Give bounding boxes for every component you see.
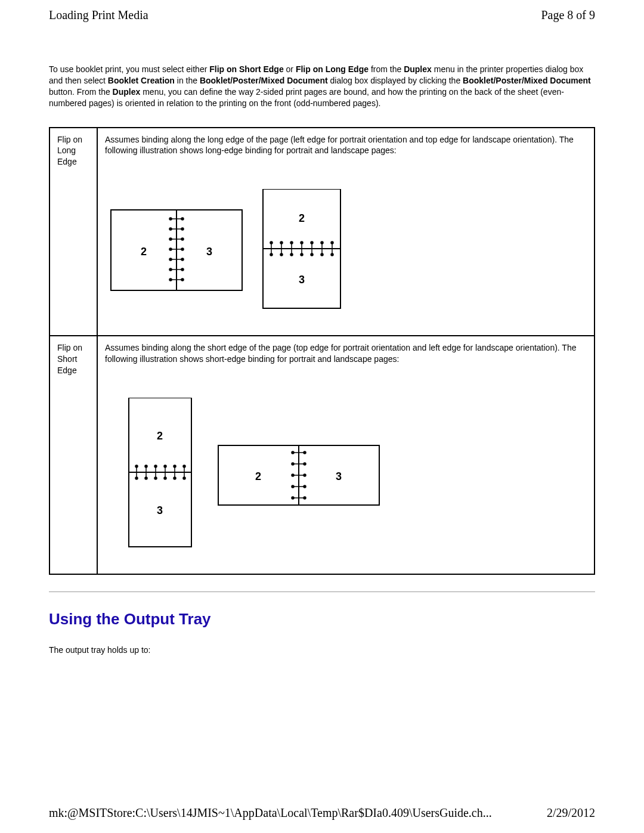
svg-point-45 — [331, 253, 333, 256]
svg-point-79 — [304, 485, 306, 488]
intro-text: button. From the — [49, 87, 113, 97]
row-label: Flip on Short Edge — [49, 336, 97, 574]
intro-bold: Booklet/Poster/Mixed Document — [463, 76, 591, 85]
svg-point-36 — [301, 253, 303, 256]
row-desc: Assumes binding along the long edge of t… — [105, 134, 587, 157]
long-edge-illustration: 2 3 — [105, 189, 587, 314]
intro-text: or — [284, 64, 296, 74]
svg-point-64 — [183, 465, 185, 467]
page-num: 3 — [206, 246, 212, 258]
svg-point-4 — [181, 218, 184, 220]
svg-point-81 — [292, 497, 294, 499]
section-heading: Using the Output Tray — [49, 610, 595, 628]
footer-path: mk:@MSITStore:C:\Users\14JMIS~1\AppData\… — [49, 806, 492, 820]
intro-text: in the — [175, 76, 200, 85]
intro-bold: Flip on Long Edge — [296, 64, 369, 74]
svg-point-76 — [304, 474, 306, 476]
svg-point-82 — [304, 497, 306, 499]
page-num: 2 — [299, 212, 305, 224]
svg-point-29 — [280, 241, 283, 244]
svg-point-9 — [169, 238, 172, 240]
svg-point-16 — [181, 258, 184, 261]
svg-point-59 — [164, 477, 166, 479]
svg-point-52 — [145, 465, 147, 467]
svg-point-44 — [331, 241, 333, 244]
page-num: 2 — [255, 470, 261, 482]
intro-bold: Booklet Creation — [108, 76, 175, 85]
doc-title: Loading Print Media — [49, 8, 148, 22]
svg-point-10 — [181, 238, 184, 240]
svg-point-70 — [304, 451, 306, 454]
svg-point-53 — [145, 477, 147, 479]
page-num: 3 — [157, 504, 163, 516]
page-num: 3 — [299, 274, 305, 286]
page-num: 3 — [336, 470, 342, 482]
svg-point-61 — [174, 465, 176, 467]
svg-point-41 — [321, 241, 323, 244]
intro-paragraph: To use booklet print, you must select ei… — [49, 64, 595, 109]
svg-point-38 — [311, 241, 313, 244]
svg-point-42 — [321, 253, 323, 256]
section-body: The output tray holds up to: — [49, 645, 595, 655]
svg-point-35 — [301, 241, 303, 244]
row-label: Flip on Long Edge — [49, 128, 97, 336]
row-desc-cell: Assumes binding along the short edge of … — [97, 336, 595, 574]
svg-point-49 — [135, 465, 138, 467]
svg-point-78 — [292, 485, 294, 488]
page-num: 2 — [141, 246, 147, 258]
svg-point-13 — [181, 248, 184, 250]
svg-point-12 — [169, 248, 172, 250]
svg-point-73 — [304, 463, 306, 465]
intro-text: To use booklet print, you must select ei… — [49, 64, 209, 74]
intro-bold: Duplex — [113, 87, 141, 97]
short-edge-illustration: 2 3 — [105, 398, 587, 553]
svg-point-50 — [135, 477, 138, 479]
svg-point-18 — [169, 268, 172, 271]
intro-bold: Flip on Short Edge — [209, 64, 283, 74]
row-desc-cell: Assumes binding along the long edge of t… — [97, 128, 595, 336]
svg-point-7 — [181, 228, 184, 230]
footer-date: 2/29/2012 — [547, 806, 595, 820]
svg-point-22 — [181, 278, 184, 281]
table-row: Flip on Long Edge Assumes binding along … — [49, 128, 595, 336]
svg-point-21 — [169, 278, 172, 281]
svg-point-27 — [270, 253, 273, 256]
svg-point-56 — [154, 477, 157, 479]
svg-point-26 — [270, 241, 273, 244]
section-divider — [49, 592, 595, 592]
svg-point-3 — [169, 218, 172, 220]
svg-point-33 — [290, 253, 293, 256]
row-desc: Assumes binding along the short edge of … — [105, 342, 587, 365]
svg-point-69 — [292, 451, 294, 454]
intro-bold: Duplex — [404, 64, 432, 74]
svg-point-65 — [183, 477, 185, 479]
svg-point-30 — [280, 253, 283, 256]
page-num: 2 — [157, 430, 163, 442]
svg-point-19 — [181, 268, 184, 271]
svg-point-55 — [154, 465, 157, 467]
intro-text: dialog box displayed by clicking the — [328, 76, 463, 85]
table-row: Flip on Short Edge Assumes binding along… — [49, 336, 595, 574]
duplex-table: Flip on Long Edge Assumes binding along … — [49, 127, 595, 575]
intro-bold: Booklet/Poster/Mixed Document — [200, 76, 328, 85]
page-number: Page 8 of 9 — [541, 8, 595, 22]
svg-point-15 — [169, 258, 172, 261]
svg-point-32 — [290, 241, 293, 244]
svg-point-39 — [311, 253, 313, 256]
svg-point-72 — [292, 463, 294, 465]
intro-text: from the — [369, 64, 404, 74]
svg-point-6 — [169, 228, 172, 230]
svg-point-62 — [174, 477, 176, 479]
svg-point-58 — [164, 465, 166, 467]
svg-point-75 — [292, 474, 294, 476]
